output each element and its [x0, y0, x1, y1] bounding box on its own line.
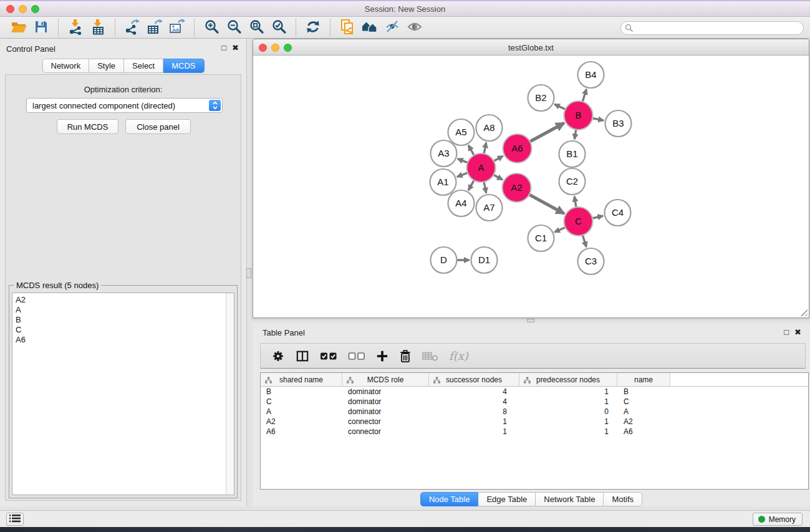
import-table-button[interactable]: [87, 17, 109, 37]
zoom-out-button[interactable]: [223, 17, 245, 37]
export-table-button[interactable]: [143, 17, 166, 37]
cell-shared-name[interactable]: B: [261, 387, 342, 396]
cell-successor-nodes[interactable]: 1: [429, 417, 519, 426]
cell-predecessor-nodes[interactable]: 1: [519, 387, 617, 396]
control-panel: Control Panel □ ✖ Network Style Select M…: [0, 39, 247, 506]
vertical-splitter-handle[interactable]: [246, 268, 251, 278]
cell-successor-nodes[interactable]: 8: [429, 407, 519, 416]
cell-shared-name[interactable]: C: [261, 397, 342, 406]
column-header-name[interactable]: name: [617, 373, 670, 386]
mcds-result-item[interactable]: A: [12, 305, 234, 315]
close-panel-button[interactable]: Close panel: [125, 119, 191, 134]
table-row[interactable]: A6 connector 1 1 A6: [261, 427, 808, 437]
column-header-shared-name[interactable]: shared name: [261, 373, 342, 386]
cell-predecessor-nodes[interactable]: 0: [519, 407, 617, 416]
cell-successor-nodes[interactable]: 4: [429, 397, 519, 406]
table-row[interactable]: A2 connector 1 1 A2: [261, 417, 808, 427]
table-settings-gear-icon[interactable]: [271, 349, 285, 363]
network-window-titlebar: testGlobe.txt: [253, 39, 809, 56]
optimization-dropdown[interactable]: largest connected component (directed): [26, 98, 223, 113]
cell-name[interactable]: A2: [617, 417, 670, 426]
close-panel-icon[interactable]: ✖: [794, 327, 801, 337]
cell-mcds-role[interactable]: connector: [342, 417, 429, 426]
column-header-successor-nodes[interactable]: successor nodes: [429, 373, 519, 386]
zoom-fit-button[interactable]: [245, 17, 268, 37]
cell-mcds-role[interactable]: connector: [342, 427, 429, 436]
cell-successor-nodes[interactable]: 4: [429, 387, 519, 396]
cell-name[interactable]: C: [617, 397, 670, 406]
cell-predecessor-nodes[interactable]: 1: [519, 427, 617, 436]
save-session-button[interactable]: [30, 17, 52, 37]
graph-node-label-B1: B1: [566, 148, 577, 159]
table-row[interactable]: A dominator 8 0 A: [261, 407, 808, 417]
memory-label: Memory: [769, 515, 796, 524]
table-row[interactable]: C dominator 4 1 C: [261, 397, 808, 407]
tab-network-table[interactable]: Network Table: [536, 492, 604, 506]
select-all-checkboxes-icon[interactable]: [320, 351, 337, 361]
cell-predecessor-nodes[interactable]: 1: [519, 417, 617, 426]
export-image-button[interactable]: [166, 17, 188, 37]
float-panel-icon[interactable]: □: [221, 43, 226, 53]
deselect-all-checkboxes-icon[interactable]: [348, 351, 365, 361]
tab-select[interactable]: Select: [124, 59, 163, 73]
memory-button[interactable]: Memory: [753, 513, 803, 526]
cell-predecessor-nodes[interactable]: 1: [519, 397, 617, 406]
table-header-row: shared name MCDS role successor nodes pr…: [261, 373, 808, 387]
show-graphics-button[interactable]: [403, 17, 426, 37]
graph-node-label-C1: C1: [535, 233, 547, 243]
cell-mcds-role[interactable]: dominator: [342, 387, 429, 396]
close-panel-icon[interactable]: ✖: [232, 43, 239, 53]
task-history-button[interactable]: [6, 513, 24, 526]
cell-shared-name[interactable]: A: [261, 407, 342, 416]
mcds-result-item[interactable]: A2: [12, 293, 234, 305]
zoom-selected-button[interactable]: [268, 17, 290, 37]
add-column-plus-icon[interactable]: [376, 350, 388, 362]
search-icon: [625, 24, 634, 35]
column-header-predecessor-nodes[interactable]: predecessor nodes: [519, 373, 617, 386]
cell-mcds-role[interactable]: dominator: [342, 397, 429, 406]
import-network-button[interactable]: [64, 17, 87, 37]
network-graph-canvas[interactable]: AA6A2BCA5A8A3A1A4A7B2B4B3B1C2C4C1C3DD1: [253, 56, 809, 317]
run-mcds-button[interactable]: Run MCDS: [57, 119, 118, 134]
eye-icon: [407, 20, 423, 36]
cell-mcds-role[interactable]: dominator: [342, 407, 429, 416]
table-panel: Table Panel □ ✖ f(x) shared name: [253, 323, 810, 506]
mcds-result-item[interactable]: C: [12, 325, 234, 335]
export-network-button[interactable]: [121, 17, 143, 37]
function-builder-icon: f(x): [449, 349, 468, 362]
apply-layout-button[interactable]: [302, 17, 324, 37]
table-row[interactable]: B dominator 4 1 B: [261, 387, 808, 397]
delete-column-trash-icon[interactable]: [399, 349, 412, 363]
tab-edge-table[interactable]: Edge Table: [478, 492, 536, 506]
mcds-result-item[interactable]: B: [12, 315, 234, 325]
clone-network-button[interactable]: [336, 17, 359, 37]
cell-name[interactable]: A6: [617, 427, 670, 436]
mcds-result-item[interactable]: A6: [12, 335, 234, 345]
open-session-button[interactable]: [7, 17, 30, 37]
cell-shared-name[interactable]: A2: [261, 417, 342, 426]
cell-name[interactable]: A: [617, 407, 670, 416]
graph-node-label-A2: A2: [511, 182, 522, 193]
tab-mcds[interactable]: MCDS: [163, 59, 204, 73]
tab-motifs[interactable]: Motifs: [604, 492, 642, 506]
float-panel-icon[interactable]: □: [784, 327, 789, 337]
horizontal-splitter-handle[interactable]: [527, 319, 534, 322]
tab-style[interactable]: Style: [89, 59, 124, 73]
control-panel-tabs: Network Style Select MCDS: [42, 59, 204, 73]
cell-name[interactable]: B: [617, 387, 670, 396]
column-header-mcds-role[interactable]: MCDS role: [342, 373, 429, 386]
tab-node-table[interactable]: Node Table: [420, 492, 479, 506]
home-button[interactable]: [359, 17, 381, 37]
cell-successor-nodes[interactable]: 1: [429, 427, 519, 436]
export-image-icon: [169, 19, 185, 37]
scrollbar[interactable]: [226, 293, 234, 495]
zoom-in-button[interactable]: [200, 17, 223, 37]
search-input[interactable]: [620, 21, 804, 35]
dropdown-spinner-icon: [209, 100, 221, 111]
show-columns-icon[interactable]: [296, 350, 309, 362]
toolbar-separator: [330, 19, 330, 36]
cell-shared-name[interactable]: A6: [261, 427, 342, 436]
hide-panel-button[interactable]: [381, 17, 403, 37]
tab-network[interactable]: Network: [42, 59, 89, 73]
mcds-tab-content: Optimization criterion: largest connecte…: [5, 74, 241, 501]
